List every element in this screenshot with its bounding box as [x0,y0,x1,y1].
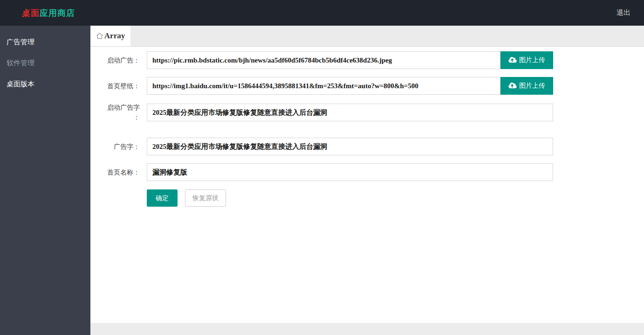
form-content: 启动广告： 图片上传 首页壁纸： [90,47,644,323]
cloud-upload-icon [508,82,517,90]
home-icon [96,32,103,40]
home-name-input[interactable] [147,163,553,181]
main-layout: 广告管理 软件管理 桌面版本 Array 启动广告： [0,26,644,335]
sidebar-item-desktop-version[interactable]: 桌面版本 [0,73,90,94]
footer-strip [90,323,644,335]
form-row-start-ad: 启动广告： 图片上传 [90,51,644,69]
start-ad-text-label: 启动广告字： [90,103,147,122]
home-wallpaper-url-input[interactable] [147,77,500,95]
start-ad-label: 启动广告： [90,56,147,65]
form-row-home-wallpaper: 首页壁纸： 图片上传 [90,77,644,95]
form-row-home-name: 首页名称： [90,163,644,181]
ad-text-input[interactable] [147,138,553,155]
ad-text-label: 广告字： [90,142,147,152]
breadcrumb-tab-array[interactable]: Array [90,26,130,46]
start-ad-input-group: 图片上传 [147,51,553,69]
form-row-ad-text: 广告字： [90,138,644,155]
confirm-button[interactable]: 确定 [147,189,178,207]
app-title-part1: 桌面 [22,8,40,18]
ad-text-input-group [147,138,553,155]
home-wallpaper-upload-button[interactable]: 图片上传 [500,77,553,95]
start-ad-text-input[interactable] [147,104,553,121]
home-name-input-group [147,163,553,181]
upload-button-label: 图片上传 [519,82,545,90]
upload-button-label: 图片上传 [519,56,545,64]
sidebar-item-ad-management[interactable]: 广告管理 [0,31,90,52]
logout-link[interactable]: 退出 [617,8,630,17]
home-wallpaper-label: 首页壁纸： [90,81,147,91]
sidebar: 广告管理 软件管理 桌面版本 [0,26,90,335]
top-navbar: 桌面应用商店 退出 [0,0,644,26]
form-row-start-ad-text: 启动广告字： [90,103,644,122]
breadcrumb-tab-label: Array [104,31,125,41]
breadcrumb-bar: Array [90,26,644,47]
main-panel: Array 启动广告： 图片上传 [90,26,644,335]
start-ad-url-input[interactable] [147,51,500,69]
start-ad-upload-button[interactable]: 图片上传 [500,51,553,69]
app-title: 桌面应用商店 [22,7,75,19]
home-name-label: 首页名称： [90,168,147,177]
reset-button[interactable]: 恢复原状 [185,189,226,207]
sidebar-item-software-management[interactable]: 软件管理 [0,52,90,73]
form-actions: 确定 恢复原状 [147,189,644,207]
cloud-upload-icon [508,56,517,64]
app-title-part2: 应用商店 [40,8,75,18]
home-wallpaper-input-group: 图片上传 [147,77,553,95]
start-ad-text-input-group [147,104,553,121]
